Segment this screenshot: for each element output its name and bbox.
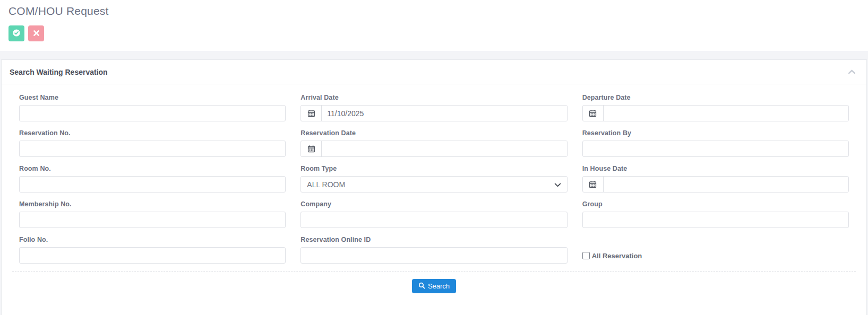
check-circle-icon <box>12 29 21 39</box>
calendar-icon[interactable] <box>301 141 322 156</box>
page-title: COM/HOU Request <box>8 5 860 18</box>
confirm-button[interactable] <box>8 25 24 41</box>
reservation-online-id-label: Reservation Online ID <box>300 236 567 243</box>
search-form: Guest Name Arrival Date <box>19 94 849 264</box>
guest-name-field: Guest Name <box>19 94 286 121</box>
guest-name-input[interactable] <box>19 105 286 121</box>
arrival-date-field: Arrival Date <box>300 94 567 121</box>
departure-date-field: Departure Date <box>582 94 849 121</box>
reservation-no-label: Reservation No. <box>19 129 286 137</box>
room-type-selected-value: ALL ROOM <box>307 180 345 189</box>
room-type-select[interactable]: ALL ROOM <box>300 176 567 192</box>
group-label: Group <box>582 200 849 208</box>
reservation-online-id-input[interactable] <box>300 247 567 264</box>
folio-no-input[interactable] <box>19 247 286 264</box>
collapse-button[interactable] <box>847 67 857 77</box>
in-house-date-input[interactable] <box>604 177 848 192</box>
folio-no-label: Folio No. <box>19 236 286 243</box>
toolbar <box>8 25 860 41</box>
room-type-label: Room Type <box>300 165 567 172</box>
chevron-down-icon <box>554 180 561 189</box>
room-type-field: Room Type ALL ROOM <box>300 165 567 192</box>
panel-title: Search Waiting Reservation <box>10 68 108 76</box>
all-reservation-label: All Reservation <box>592 252 642 260</box>
reservation-by-field: Reservation By <box>582 129 849 157</box>
panel-header: Search Waiting Reservation <box>2 60 866 84</box>
all-reservation-field: All Reservation <box>582 248 849 264</box>
reservation-by-input[interactable] <box>582 141 849 157</box>
search-waiting-reservation-panel: Search Waiting Reservation Guest Name Ar… <box>1 59 867 315</box>
reservation-date-label: Reservation Date <box>300 129 567 137</box>
company-input[interactable] <box>300 212 567 228</box>
departure-date-label: Departure Date <box>582 94 849 101</box>
search-button-label: Search <box>428 282 450 290</box>
reservation-no-field: Reservation No. <box>19 129 286 157</box>
chevron-up-icon <box>848 68 856 76</box>
panel-body: Guest Name Arrival Date <box>2 84 866 304</box>
calendar-icon[interactable] <box>583 177 604 192</box>
membership-no-label: Membership No. <box>19 200 286 208</box>
search-icon <box>418 282 425 291</box>
membership-no-input[interactable] <box>19 212 286 228</box>
departure-date-input[interactable] <box>604 106 848 121</box>
company-field: Company <box>300 200 567 228</box>
in-house-date-field: In House Date <box>582 165 849 192</box>
search-button-row: Search <box>19 272 849 304</box>
reservation-no-input[interactable] <box>19 141 286 157</box>
page-header: COM/HOU Request <box>0 0 868 51</box>
x-icon <box>33 30 39 38</box>
all-reservation-checkbox[interactable] <box>582 252 590 259</box>
company-label: Company <box>300 200 567 208</box>
room-no-input[interactable] <box>19 176 286 192</box>
reservation-date-input[interactable] <box>322 141 566 156</box>
reservation-date-field: Reservation Date <box>300 129 567 157</box>
group-input[interactable] <box>582 212 849 228</box>
arrival-date-label: Arrival Date <box>300 94 567 101</box>
group-field: Group <box>582 200 849 228</box>
search-button[interactable]: Search <box>412 279 456 293</box>
arrival-date-input[interactable] <box>322 106 566 121</box>
reservation-by-label: Reservation By <box>582 129 849 137</box>
room-no-field: Room No. <box>19 165 286 192</box>
folio-no-field: Folio No. <box>19 236 286 264</box>
calendar-icon[interactable] <box>301 106 322 121</box>
room-no-label: Room No. <box>19 165 286 172</box>
membership-no-field: Membership No. <box>19 200 286 228</box>
calendar-icon[interactable] <box>583 106 604 121</box>
reservation-online-id-field: Reservation Online ID <box>300 236 567 264</box>
in-house-date-label: In House Date <box>582 165 849 172</box>
cancel-button[interactable] <box>28 25 44 41</box>
guest-name-label: Guest Name <box>19 94 286 101</box>
